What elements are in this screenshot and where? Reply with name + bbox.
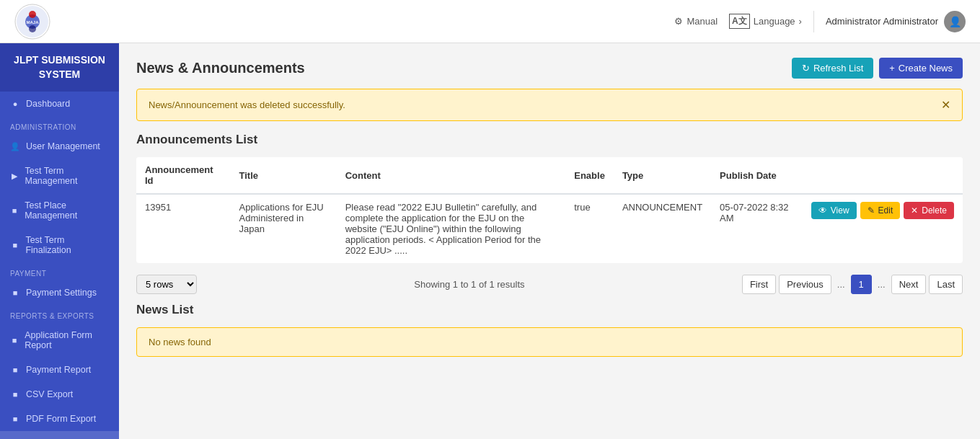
user-info: Administrator Administrator 👤: [826, 11, 966, 32]
csv-icon: ■: [10, 389, 20, 399]
no-news-message: No news found: [149, 337, 211, 347]
language-icon: A文: [729, 14, 750, 29]
news-section: News List No news found: [136, 303, 963, 357]
col-actions: [803, 157, 963, 194]
cell-actions: 👁 View ✎ Edit ✕ Delete: [803, 194, 963, 263]
col-enable: Enable: [565, 157, 614, 194]
sidebar-item-payment-settings[interactable]: ■ Payment Settings: [0, 280, 119, 305]
sidebar-item-label: Test Place Management: [25, 200, 109, 221]
sidebar-item-test-term-management[interactable]: ▶ Test Term Management: [0, 159, 119, 193]
sidebar-item-test-term-finalization[interactable]: ■ Test Term Finalization: [0, 228, 119, 262]
sidebar-item-csv-export[interactable]: ■ CSV Export: [0, 382, 119, 407]
sidebar-item-label: User Management: [26, 141, 100, 151]
cell-id: 13951: [136, 194, 231, 263]
col-publish-date: Publish Date: [711, 157, 803, 194]
refresh-list-button[interactable]: ↻ Refresh List: [792, 58, 873, 79]
page-actions: ↻ Refresh List + Create News: [792, 58, 963, 79]
svg-point-4: [29, 25, 36, 32]
table-header-row: Announcement Id Title Content Enable Typ…: [136, 157, 963, 194]
language-button[interactable]: A文 Language ›: [729, 14, 802, 29]
user-icon: 👤: [10, 141, 20, 151]
pagination-area: 5 rows10 rows25 rows50 rows Showing 1 to…: [136, 275, 963, 294]
pagination-dots-left: ...: [834, 275, 848, 293]
sidebar-item-application-form-report[interactable]: ■ Application Form Report: [0, 323, 119, 358]
plus-icon: +: [889, 63, 895, 74]
sidebar-section-payment: PAYMENT: [0, 262, 119, 280]
col-type: Type: [614, 157, 711, 194]
sidebar-item-test-place-management[interactable]: ■ Test Place Management: [0, 193, 119, 228]
user-name-label: Administrator Administrator: [826, 16, 938, 27]
cell-publish-date: 05-07-2022 8:32 AM: [711, 194, 803, 263]
sidebar-item-label: Payment Report: [26, 365, 91, 375]
sidebar: JLPT SUBMISSION SYSTEM ● Dashboard ADMIN…: [0, 43, 119, 439]
sidebar-item-dashboard[interactable]: ● Dashboard: [0, 92, 119, 116]
sidebar-item-label: Test Term Management: [25, 166, 110, 186]
manual-icon: ⚙: [674, 16, 683, 27]
manual-label: Manual: [687, 16, 718, 27]
topbar-divider: [813, 11, 814, 32]
sidebar-item-news-announcement[interactable]: ■ News & Announcement: [0, 431, 119, 439]
cell-content: Please read "2022 EJU Bulletin" carefull…: [337, 194, 566, 263]
avatar: 👤: [944, 11, 966, 32]
sidebar-section-admin: ADMINISTRATION: [0, 116, 119, 134]
announcements-table-container: Announcement Id Title Content Enable Typ…: [136, 157, 963, 263]
edit-button[interactable]: ✎ Edit: [860, 202, 901, 219]
col-title: Title: [231, 157, 337, 194]
manual-button[interactable]: ⚙ Manual: [674, 16, 718, 27]
pagination-dots-right: ...: [875, 275, 888, 293]
sidebar-nav: ● Dashboard ADMINISTRATION 👤 User Manage…: [0, 92, 119, 439]
previous-page-button[interactable]: Previous: [779, 275, 831, 294]
rows-select: 5 rows10 rows25 rows50 rows: [136, 275, 197, 294]
language-label: Language: [754, 16, 795, 27]
success-alert: News/Announcement was deleted successful…: [136, 89, 963, 121]
col-content: Content: [337, 157, 566, 194]
svg-point-3: [29, 11, 36, 18]
svg-text:MAJA: MAJA: [26, 20, 39, 25]
announcements-section: Announcements List Announcement Id Title…: [136, 133, 963, 294]
table-row: 13951 Applications for EJU Administered …: [136, 194, 963, 263]
view-button[interactable]: 👁 View: [811, 202, 857, 219]
calendar-icon: ▶: [10, 171, 19, 181]
report-icon: ■: [10, 335, 19, 345]
sidebar-title: JLPT SUBMISSION SYSTEM: [0, 43, 119, 92]
sidebar-item-pdf-form-export[interactable]: ■ PDF Form Export: [0, 407, 119, 431]
payment-report-icon: ■: [10, 365, 20, 375]
sidebar-item-payment-report[interactable]: ■ Payment Report: [0, 358, 119, 382]
refresh-icon: ↻: [802, 63, 810, 74]
page-1-button[interactable]: 1: [851, 275, 872, 294]
sidebar-item-label: Payment Settings: [26, 288, 97, 298]
announcements-title: Announcements List: [136, 133, 963, 147]
next-page-button[interactable]: Next: [891, 275, 927, 294]
no-news-alert: No news found: [136, 327, 963, 357]
refresh-label: Refresh List: [813, 63, 863, 74]
page-title: News & Announcements: [136, 60, 305, 76]
col-id: Announcement Id: [136, 157, 231, 194]
times-icon: ✕: [911, 205, 918, 216]
page-header: News & Announcements ↻ Refresh List + Cr…: [136, 58, 963, 79]
rows-per-page-select[interactable]: 5 rows10 rows25 rows50 rows: [136, 275, 197, 294]
sidebar-item-label: CSV Export: [26, 389, 73, 399]
cell-type: ANNOUNCEMENT: [614, 194, 711, 263]
announcements-table: Announcement Id Title Content Enable Typ…: [136, 157, 963, 263]
eye-icon: 👁: [818, 205, 827, 216]
pencil-icon: ✎: [868, 205, 875, 216]
delete-button[interactable]: ✕ Delete: [904, 202, 954, 219]
finalization-icon: ■: [10, 240, 19, 250]
create-news-button[interactable]: + Create News: [879, 58, 963, 79]
last-page-button[interactable]: Last: [929, 275, 963, 294]
pagination-controls: First Previous ... 1 ... Next Last: [742, 275, 963, 294]
cell-enable: true: [565, 194, 614, 263]
dashboard-icon: ●: [10, 99, 20, 109]
sidebar-item-user-management[interactable]: 👤 User Management: [0, 134, 119, 159]
cell-title: Applications for EJU Administered in Jap…: [231, 194, 337, 263]
topbar-right: ⚙ Manual A文 Language › Administrator Adm…: [674, 11, 966, 32]
create-label: Create News: [899, 63, 953, 74]
main-content: News & Announcements ↻ Refresh List + Cr…: [119, 43, 980, 439]
first-page-button[interactable]: First: [742, 275, 776, 294]
sidebar-item-label: Test Term Finalization: [25, 235, 109, 255]
sidebar-item-label: Dashboard: [26, 99, 70, 109]
alert-close-button[interactable]: ✕: [941, 98, 950, 112]
sidebar-item-label: Application Form Report: [25, 330, 109, 350]
alert-message: News/Announcement was deleted successful…: [149, 99, 345, 110]
pagination-info: Showing 1 to 1 of 1 results: [197, 279, 742, 290]
